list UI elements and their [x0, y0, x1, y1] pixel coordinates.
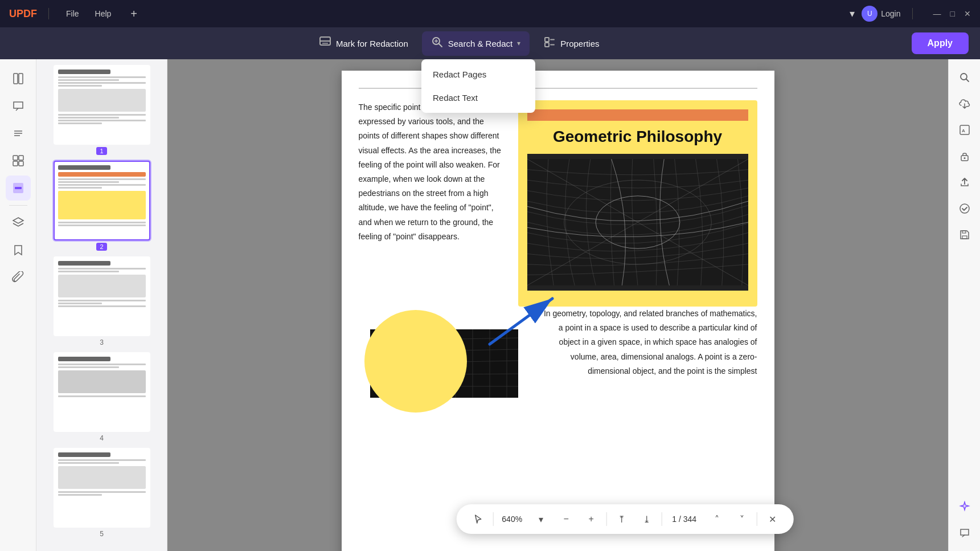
- fit-top-button[interactable]: ⤒: [611, 509, 632, 529]
- user-avatar: U: [862, 6, 878, 22]
- paperclip-icon[interactable]: [6, 265, 31, 290]
- thumbnail-5-preview: [54, 448, 150, 528]
- bookmark-icon[interactable]: [6, 238, 31, 263]
- search-redact-dropdown: Redact Pages Redact Text: [421, 59, 535, 113]
- page-down-button[interactable]: ˅: [732, 509, 752, 529]
- thumbnail-page-1[interactable]: 1: [42, 65, 161, 155]
- thumbnail-page-3[interactable]: 3: [42, 256, 161, 346]
- properties-button[interactable]: Properties: [534, 31, 608, 56]
- redact-text-item[interactable]: Redact Text: [421, 86, 535, 109]
- svg-rect-19: [19, 161, 23, 166]
- lock-right-icon[interactable]: [953, 145, 976, 168]
- thumbnail-3-preview: [54, 256, 150, 336]
- sidebar-separator: [9, 205, 27, 206]
- pdfa-right-icon[interactable]: A: [953, 119, 976, 141]
- save-right-icon[interactable]: [953, 223, 976, 246]
- thumbnail-4-preview: [54, 352, 150, 432]
- zoom-dropdown-button[interactable]: ▾: [531, 509, 551, 529]
- comment-icon[interactable]: [6, 93, 31, 119]
- svg-text:A: A: [962, 128, 965, 133]
- edit-text-icon[interactable]: [6, 121, 31, 146]
- svg-rect-21: [15, 187, 22, 189]
- titlebar-separator2: [912, 8, 913, 19]
- properties-icon: [543, 36, 556, 51]
- ai-sparkle-icon[interactable]: [953, 495, 976, 518]
- page-number-2: 2: [96, 243, 106, 251]
- svg-rect-16: [13, 156, 18, 160]
- page-top-divider: [359, 88, 757, 89]
- page-number-4: 4: [100, 434, 104, 442]
- bottom-sep-2: [606, 512, 606, 526]
- svg-rect-18: [13, 161, 18, 166]
- search-and-redact-button[interactable]: Search & Redact ▾: [422, 31, 530, 56]
- redact-pages-item[interactable]: Redact Pages: [421, 63, 535, 86]
- app-logo: UPDF: [9, 8, 37, 20]
- user-login-button[interactable]: U Login: [862, 6, 900, 22]
- svg-rect-7: [545, 38, 549, 42]
- titlebar-dropdown-button[interactable]: ▾: [850, 7, 855, 20]
- titlebar-separator: [48, 8, 49, 19]
- redact-sidebar-icon[interactable]: [6, 175, 31, 201]
- mark-for-redaction-button[interactable]: Mark for Redaction: [310, 31, 417, 56]
- page-current: 1 / 344: [666, 515, 702, 524]
- svg-point-34: [960, 204, 969, 213]
- apply-button[interactable]: Apply: [912, 32, 969, 54]
- svg-rect-8: [545, 43, 549, 47]
- search-right-icon[interactable]: [953, 66, 976, 89]
- logo-text: UPDF: [9, 8, 37, 20]
- page-number-5: 5: [100, 530, 104, 538]
- close-button[interactable]: ✕: [964, 9, 971, 18]
- bottom-section: In geometry, topology, and related branc…: [359, 295, 757, 378]
- zoom-in-button[interactable]: +: [581, 509, 601, 529]
- pdf-canvas: The specific point of the image can be e…: [167, 59, 948, 551]
- user-label: Login: [881, 9, 900, 18]
- page-left-col: The specific point of the image can be e…: [359, 100, 507, 307]
- svg-line-4: [438, 43, 442, 47]
- thumbnail-page-4[interactable]: 4: [42, 352, 161, 442]
- thumbnail-page-2[interactable]: 2: [42, 161, 161, 251]
- maximize-button[interactable]: □: [950, 9, 955, 18]
- cloud-save-icon[interactable]: [953, 92, 976, 115]
- organize-pages-icon[interactable]: [6, 148, 31, 173]
- titlebar: UPDF File Help + ▾ U Login — □ ✕: [0, 0, 980, 27]
- body-text: The specific point of the image can be e…: [359, 100, 507, 244]
- bottom-sep-4: [757, 512, 757, 526]
- titlebar-menu: File Help: [60, 7, 117, 21]
- toolbar: Mark for Redaction Search & Redact ▾ Pro…: [0, 27, 980, 59]
- checkmark-right-icon[interactable]: [953, 197, 976, 220]
- chat-right-icon[interactable]: [953, 521, 976, 544]
- window-controls: — □ ✕: [933, 9, 971, 18]
- zoom-level-display: 640%: [498, 515, 526, 524]
- zoom-out-button[interactable]: −: [556, 509, 576, 529]
- page-number-1: 1: [96, 147, 106, 155]
- minimize-button[interactable]: —: [933, 9, 941, 18]
- page-two-col: The specific point of the image can be e…: [359, 100, 757, 307]
- thumbnail-page-5[interactable]: 5: [42, 448, 161, 538]
- pdf-yellow-box: Geometric Philosophy: [518, 100, 757, 307]
- close-bottom-bar-button[interactable]: ✕: [762, 509, 782, 529]
- sidebar-right: A: [948, 59, 980, 551]
- main-area: 1 2: [0, 59, 980, 551]
- cursor-tool-button[interactable]: [468, 509, 488, 529]
- search-redact-chevron: ▾: [517, 39, 520, 47]
- svg-point-33: [963, 157, 965, 159]
- share-right-icon[interactable]: [953, 171, 976, 194]
- svg-line-29: [966, 79, 969, 82]
- bottom-sep-1: [493, 512, 493, 526]
- page-number-3: 3: [100, 338, 104, 346]
- menu-help[interactable]: Help: [89, 7, 117, 21]
- yellow-circle: [364, 310, 467, 413]
- thumbnail-1-preview: [54, 65, 150, 145]
- thumbnail-2-preview: [54, 161, 150, 240]
- sidebar-left: [0, 59, 36, 551]
- page-up-button[interactable]: ˄: [707, 509, 727, 529]
- bottom-text: In geometry, topology, and related branc…: [541, 307, 757, 378]
- properties-label: Properties: [560, 39, 599, 48]
- add-tab-button[interactable]: +: [126, 6, 142, 22]
- page-right-col: Geometric Philosophy: [518, 100, 757, 307]
- read-mode-icon[interactable]: [6, 66, 31, 91]
- layers-icon[interactable]: [6, 210, 31, 235]
- fit-bottom-button[interactable]: ⤓: [636, 509, 657, 529]
- menu-file[interactable]: File: [60, 7, 85, 21]
- bottom-sep-3: [661, 512, 662, 526]
